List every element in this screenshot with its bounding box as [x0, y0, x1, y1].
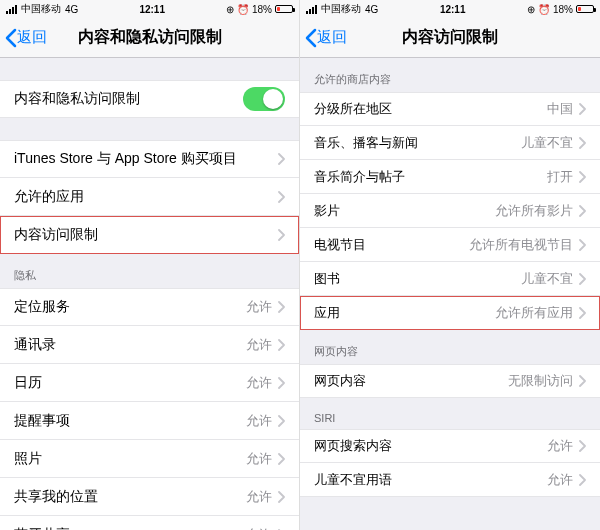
nav-bar: 返回 内容和隐私访问限制: [0, 18, 299, 58]
row-label: 图书: [314, 270, 521, 288]
row-value: 允许: [246, 488, 272, 506]
settings-row[interactable]: 提醒事项允许: [0, 402, 299, 440]
alarm-icon: ⊕: [226, 4, 234, 15]
row-value: 允许所有影片: [495, 202, 573, 220]
nav-bar: 返回 内容访问限制: [300, 18, 600, 58]
row-label: 共享我的位置: [14, 488, 246, 506]
signal-icon: [306, 5, 317, 14]
settings-row[interactable]: 影片允许所有影片: [300, 194, 600, 228]
row-label: iTunes Store 与 App Store 购买项目: [14, 150, 277, 168]
row-label: 允许的应用: [14, 188, 277, 206]
toggle-switch[interactable]: [243, 87, 285, 111]
settings-row[interactable]: 蓝牙共享允许: [0, 516, 299, 530]
row-value: 打开: [547, 168, 573, 186]
phone-left: 中国移动 4G 12:11 ⊕ ⏰ 18% 返回 内容和隐私访问限制 内容和隐私…: [0, 0, 300, 530]
section-store: 允许的商店内容: [300, 58, 600, 92]
back-button[interactable]: 返回: [300, 28, 347, 48]
status-bar: 中国移动 4G 12:11 ⊕ ⏰ 18%: [0, 0, 299, 18]
chevron-right-icon: [578, 307, 586, 319]
settings-row[interactable]: 定位服务允许: [0, 288, 299, 326]
settings-row[interactable]: 电视节目允许所有电视节目: [300, 228, 600, 262]
chevron-right-icon: [578, 103, 586, 115]
settings-row[interactable]: 音乐、播客与新闻儿童不宜: [300, 126, 600, 160]
chevron-right-icon: [277, 301, 285, 313]
row-value: 无限制访问: [508, 372, 573, 390]
chevron-right-icon: [578, 205, 586, 217]
chevron-right-icon: [277, 415, 285, 427]
chevron-right-icon: [277, 229, 285, 241]
settings-row[interactable]: 通讯录允许: [0, 326, 299, 364]
settings-row[interactable]: 允许的应用: [0, 178, 299, 216]
chevron-left-icon: [4, 28, 17, 48]
row-value: 儿童不宜: [521, 134, 573, 152]
chevron-right-icon: [277, 491, 285, 503]
back-button[interactable]: 返回: [0, 28, 47, 48]
settings-row[interactable]: iTunes Store 与 App Store 购买项目: [0, 140, 299, 178]
row-label: 音乐、播客与新闻: [314, 134, 521, 152]
row-label: 分级所在地区: [314, 100, 547, 118]
chevron-right-icon: [277, 453, 285, 465]
row-value: 儿童不宜: [521, 270, 573, 288]
row-label: 提醒事项: [14, 412, 246, 430]
settings-row[interactable]: 共享我的位置允许: [0, 478, 299, 516]
clock: 12:11: [378, 4, 527, 15]
row-label: 蓝牙共享: [14, 526, 246, 531]
carrier: 中国移动: [21, 2, 61, 16]
row-label: 内容访问限制: [14, 226, 277, 244]
alarm-icon: ⊕: [527, 4, 535, 15]
chevron-left-icon: [304, 28, 317, 48]
settings-row[interactable]: 网页内容无限制访问: [300, 364, 600, 398]
clock: 12:11: [78, 4, 226, 15]
row-label: 影片: [314, 202, 495, 220]
settings-row[interactable]: 音乐简介与帖子打开: [300, 160, 600, 194]
row-label: 定位服务: [14, 298, 246, 316]
chevron-right-icon: [277, 377, 285, 389]
signal-icon: [6, 5, 17, 14]
alarm-icon-2: ⏰: [237, 4, 249, 15]
row-label: 日历: [14, 374, 246, 392]
row-label: 音乐简介与帖子: [314, 168, 547, 186]
network: 4G: [65, 4, 78, 15]
back-label: 返回: [317, 28, 347, 47]
settings-row[interactable]: 儿童不宜用语允许: [300, 463, 600, 497]
settings-row[interactable]: 图书儿童不宜: [300, 262, 600, 296]
toggle-label: 内容和隐私访问限制: [14, 90, 243, 108]
row-label: 儿童不宜用语: [314, 471, 547, 489]
settings-row[interactable]: 分级所在地区中国: [300, 92, 600, 126]
row-value: 允许: [246, 336, 272, 354]
section-siri: SIRI: [300, 398, 600, 429]
row-value: 允许: [246, 374, 272, 392]
settings-row[interactable]: 应用允许所有应用: [300, 296, 600, 330]
row-label: 网页搜索内容: [314, 437, 547, 455]
chevron-right-icon: [578, 239, 586, 251]
settings-row[interactable]: 日历允许: [0, 364, 299, 402]
chevron-right-icon: [578, 273, 586, 285]
row-label: 电视节目: [314, 236, 469, 254]
settings-row[interactable]: 网页搜索内容允许: [300, 429, 600, 463]
alarm-icon-2: ⏰: [538, 4, 550, 15]
chevron-right-icon: [277, 339, 285, 351]
row-value: 中国: [547, 100, 573, 118]
status-bar: 中国移动 4G 12:11 ⊕ ⏰ 18%: [300, 0, 600, 18]
chevron-right-icon: [277, 153, 285, 165]
toggle-row[interactable]: 内容和隐私访问限制: [0, 80, 299, 118]
row-value: 允许所有应用: [495, 304, 573, 322]
section-web: 网页内容: [300, 330, 600, 364]
phone-right: 中国移动 4G 12:11 ⊕ ⏰ 18% 返回 内容访问限制 允许的商店内容 …: [300, 0, 600, 530]
row-label: 网页内容: [314, 372, 508, 390]
back-label: 返回: [17, 28, 47, 47]
chevron-right-icon: [578, 375, 586, 387]
network: 4G: [365, 4, 378, 15]
chevron-right-icon: [578, 171, 586, 183]
settings-row[interactable]: 内容访问限制: [0, 216, 299, 254]
chevron-right-icon: [578, 440, 586, 452]
chevron-right-icon: [578, 474, 586, 486]
carrier: 中国移动: [321, 2, 361, 16]
row-label: 应用: [314, 304, 495, 322]
section-privacy: 隐私: [0, 254, 299, 288]
settings-row[interactable]: 照片允许: [0, 440, 299, 478]
battery-pct: 18%: [252, 4, 272, 15]
row-value: 允许: [246, 412, 272, 430]
row-value: 允许: [547, 471, 573, 489]
battery-icon: [275, 5, 293, 13]
